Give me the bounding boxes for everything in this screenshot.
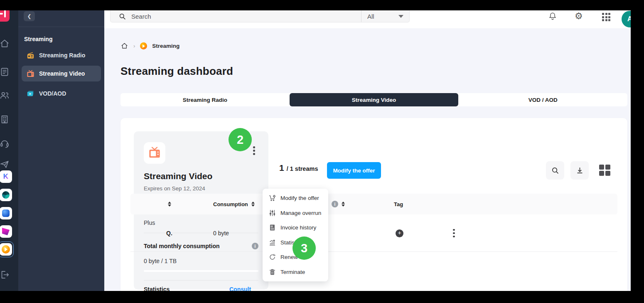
dashboard-panel: Streaming Video Expires on Sep 12, 2024 …	[120, 118, 627, 303]
modify-offer-button[interactable]: Modify the offer	[327, 162, 381, 179]
tab-streaming-video[interactable]: Streaming Video	[290, 93, 459, 106]
sidebar-item-vod-aod[interactable]: VOD/AOD	[22, 86, 101, 101]
stream-tag-cell: +	[396, 214, 403, 252]
menu-item-modify-offer[interactable]: Modify the offer	[263, 191, 328, 206]
cart-gear-icon	[269, 195, 276, 202]
breadcrumb: › Streaming	[120, 42, 179, 50]
sidebar-item-streaming-video[interactable]: Streaming Video	[22, 66, 101, 81]
download-button[interactable]	[570, 161, 589, 180]
breadcrumb-section[interactable]: Streaming	[152, 43, 179, 49]
stream-name[interactable]: Q.	[166, 214, 172, 252]
annotation-step-2-badge: 2	[229, 128, 252, 151]
search-scope-select[interactable]: All	[361, 10, 409, 22]
menu-item-label: Manage overrun	[280, 210, 321, 216]
search-icon	[551, 167, 559, 175]
notifications-bell-icon[interactable]	[548, 12, 557, 21]
app-creative-icon[interactable]	[0, 225, 12, 238]
tab-streaming-radio[interactable]: Streaming Radio	[120, 93, 290, 106]
column-tag: Tag	[394, 194, 403, 214]
billing-icon[interactable]	[0, 67, 10, 77]
streams-count-suffix: / 1 streams	[287, 165, 318, 172]
sort-icon[interactable]	[251, 202, 255, 207]
card-title: Streaming Video	[144, 171, 212, 181]
sidebar-item-streaming-radio[interactable]: Streaming Radio	[22, 47, 101, 63]
streams-count: 1 / 1 streams	[279, 163, 318, 173]
apps-grid-icon[interactable]	[602, 13, 611, 22]
trash-icon	[269, 269, 276, 276]
sort-icon[interactable]	[168, 202, 171, 207]
product-icon-box	[144, 142, 165, 164]
sidebar-item-label: Streaming Video	[39, 70, 85, 77]
menu-item-manage-overrun[interactable]: Manage overrun	[263, 206, 328, 221]
radio-icon	[27, 52, 34, 59]
card-kebab-menu-button[interactable]	[251, 145, 257, 157]
main-content: › Streaming Streaming dashboard Streamin…	[104, 28, 631, 303]
sidebar-item-label: VOD/AOD	[39, 90, 66, 97]
renew-icon	[269, 254, 276, 261]
chevron-down-icon	[398, 15, 403, 18]
sliders-icon	[269, 209, 276, 217]
badge-number: 3	[301, 241, 307, 255]
letterbox-right	[631, 0, 644, 303]
product-tabs: Streaming Radio Streaming Video VOD / AO…	[120, 93, 627, 106]
stream-actions-cell	[451, 214, 457, 252]
menu-item-invoice-history[interactable]: Invoice history	[263, 220, 328, 235]
consumption-progress-bar	[144, 270, 258, 272]
plus-glyph: +	[398, 229, 401, 236]
badge-number: 2	[237, 133, 243, 147]
breadcrumb-separator: ›	[133, 43, 135, 49]
menu-item-terminate[interactable]: Terminate	[263, 265, 328, 280]
row-kebab-menu-button[interactable]	[451, 227, 457, 239]
tv-icon	[27, 70, 34, 78]
home-icon[interactable]	[0, 38, 10, 49]
sidebar-divider	[18, 27, 104, 27]
card-context-menu: Modify the offer Manage overrun Invoice …	[263, 189, 328, 281]
search-input[interactable]	[131, 13, 361, 20]
invoice-icon	[269, 224, 276, 231]
download-icon	[576, 167, 584, 175]
table-header: Consumption Viewers i Tag	[130, 194, 617, 214]
viewers-info-icon[interactable]: i	[332, 201, 338, 207]
tv-icon	[148, 146, 161, 160]
grid-view-toggle-icon[interactable]	[599, 165, 610, 176]
global-search: All	[110, 10, 410, 22]
letterbox-bottom	[0, 291, 644, 303]
streams-count-number: 1	[279, 163, 284, 173]
column-name-sort	[168, 194, 171, 214]
page-title: Streaming dashboard	[120, 65, 233, 78]
settings-gear-icon[interactable]: ⚙	[575, 12, 584, 21]
logout-icon[interactable]	[0, 269, 10, 280]
stream-row: Q. 0 byte 0 +	[130, 214, 617, 252]
app-streaming-icon[interactable]	[0, 243, 12, 256]
column-consumption: Consumption	[213, 194, 255, 214]
menu-item-label: Invoice history	[280, 224, 316, 231]
breadcrumb-home-icon[interactable]	[120, 42, 128, 50]
app-rail: K	[0, 0, 18, 303]
feedback-plane-icon[interactable]	[0, 159, 10, 170]
users-icon[interactable]	[0, 90, 10, 101]
sort-icon[interactable]	[342, 202, 345, 207]
support-icon[interactable]	[0, 138, 10, 149]
streaming-app-icon	[140, 42, 147, 49]
sidebar-item-label: Streaming Radio	[39, 52, 85, 59]
letterbox-top	[0, 0, 644, 10]
consumption-value: 0 byte / 1 TB	[144, 258, 177, 264]
menu-item-label: Terminate	[280, 269, 305, 275]
search-icon	[119, 13, 126, 20]
column-label: Tag	[394, 201, 403, 207]
collapse-sidebar-button[interactable]: ❮	[24, 11, 35, 21]
app-cloud-icon[interactable]	[0, 207, 12, 219]
table-search-button[interactable]	[546, 161, 564, 180]
card-divider	[144, 280, 258, 281]
tab-vod-aod[interactable]: VOD / AOD	[458, 93, 627, 106]
column-label: Consumption	[213, 201, 248, 207]
stream-consumption: 0 byte	[213, 214, 229, 252]
sidebar-section-title: Streaming	[24, 36, 52, 42]
streaming-sidebar: ❮ Streaming Streaming Radio Streaming Vi…	[18, 0, 104, 303]
app-ksuite-icon[interactable]: K	[0, 170, 12, 183]
vod-icon	[27, 90, 34, 98]
card-expiry: Expires on Sep 12, 2024	[144, 185, 205, 192]
organization-icon[interactable]	[0, 114, 10, 125]
add-tag-button[interactable]: +	[396, 229, 403, 237]
app-kdrive-icon[interactable]	[0, 189, 12, 201]
